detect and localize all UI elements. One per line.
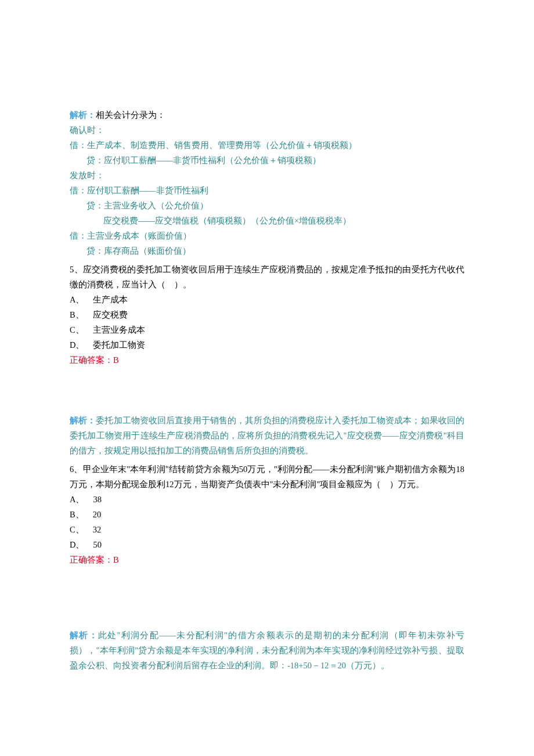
analysis-label: 解析： [70, 416, 96, 425]
question-6-option-d: D、 50 [70, 537, 464, 552]
spacer [70, 567, 464, 613]
analysis-block-6: 解析：此处"利润分配——未分配利润"的借方余额表示的是期初的未分配利润（即年初未… [70, 628, 464, 673]
correct-answer-label: 正确答案： [70, 555, 113, 564]
analysis-line: 应交税费——应交增值税（销项税额）（公允价值×增值税税率） [70, 213, 464, 228]
question-5-option-a: A、 生产成本 [70, 292, 464, 307]
question-5-answer: B [113, 355, 119, 365]
document-page: 解析：相关会计分录为： 确认时： 借：生产成本、制造费用、销售费用、管理费用等（… [0, 0, 534, 725]
analysis-line: 发放时： [70, 168, 464, 183]
question-5-option-d: D、 委托加工物资 [70, 337, 464, 352]
analysis-line: 贷：库存商品（账面价值） [70, 243, 464, 258]
analysis-block-4: 解析：相关会计分录为： [70, 107, 464, 123]
analysis-intro: 相关会计分录为： [96, 110, 165, 120]
question-5-stem: 5、应交消费税的委托加工物资收回后用于连续生产应税消费品的，按规定准予抵扣的由受… [70, 262, 464, 292]
analysis-label: 解析： [70, 631, 98, 640]
question-6-option-a: A、 38 [70, 492, 464, 507]
analysis-line: 借：生产成本、制造费用、销售费用、管理费用等（公允价值＋销项税额） [70, 138, 464, 153]
question-5-option-b: B、 应交税费 [70, 307, 464, 322]
question-6-option-b: B、 20 [70, 507, 464, 522]
analysis-label: 解析： [70, 110, 96, 120]
question-5-option-c: C、 主营业务成本 [70, 322, 464, 337]
spacer [70, 613, 464, 628]
correct-answer-label: 正确答案： [70, 355, 113, 365]
question-5-answer-line: 正确答案：B [70, 352, 464, 368]
question-6-answer-line: 正确答案：B [70, 552, 464, 567]
spacer [70, 368, 464, 413]
analysis-line: 贷：应付职工薪酬——非货币性福利（公允价值＋销项税额） [70, 153, 464, 168]
analysis-line: 贷：主营业务收入（公允价值） [70, 198, 464, 213]
analysis-line: 借：应付职工薪酬——非货币性福利 [70, 183, 464, 198]
analysis-line: 确认时： [70, 123, 464, 138]
question-6-stem: 6、甲企业年末"本年利润"结转前贷方余额为50万元，"利润分配——未分配利润"账… [70, 462, 464, 492]
analysis-line: 借：主营业务成本（账面价值） [70, 228, 464, 243]
question-5-analysis: 委托加工物资收回后直接用于销售的，其所负担的消费税应计入委托加工物资成本；如果收… [70, 416, 464, 455]
question-6-analysis: 此处"利润分配——未分配利润"的借方余额表示的是期初的未分配利润（即年初未弥补亏… [70, 631, 464, 670]
analysis-block-5: 解析：委托加工物资收回后直接用于销售的，其所负担的消费税应计入委托加工物资成本；… [70, 413, 464, 458]
question-6-answer: B [113, 555, 119, 564]
question-6-option-c: C、 32 [70, 522, 464, 537]
